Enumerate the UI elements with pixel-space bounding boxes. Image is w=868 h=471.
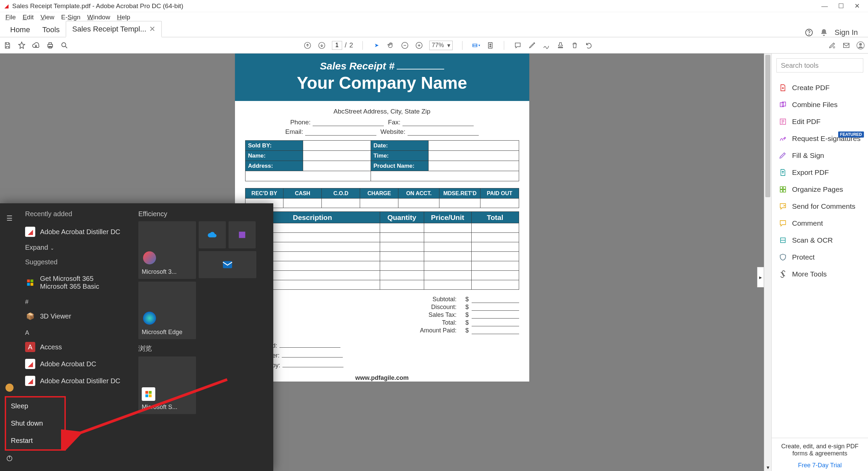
start-hamburger-icon[interactable]: ☰: [3, 211, 16, 225]
vertical-scrollbar[interactable]: ▾: [764, 54, 771, 471]
menu-view[interactable]: View: [37, 12, 58, 22]
account-icon[interactable]: [856, 41, 865, 49]
svg-point-33: [143, 251, 156, 264]
edit-pdf-icon: [778, 117, 787, 126]
minimize-button[interactable]: —: [816, 0, 833, 12]
items-table: DescriptionQuantityPrice/UnitTotal: [245, 211, 519, 290]
search-tools-input[interactable]: Search tools: [776, 58, 863, 73]
edit-icon[interactable]: [828, 41, 836, 49]
expand-button[interactable]: Expand⌄: [22, 240, 131, 255]
svg-rect-31: [27, 283, 30, 286]
tab-close-icon[interactable]: ✕: [149, 25, 155, 33]
menu-file[interactable]: File: [2, 12, 19, 22]
tool-fill-sign[interactable]: Fill & Sign: [772, 147, 868, 164]
panel-toggle[interactable]: ▸: [757, 267, 764, 287]
comment-icon: [778, 219, 787, 228]
tool-request-e-signatures[interactable]: Request E-signaturesFEATURED: [772, 130, 868, 147]
tab-home[interactable]: Home: [4, 22, 36, 37]
letter-hash[interactable]: #: [22, 294, 131, 308]
close-button[interactable]: ✕: [849, 0, 865, 12]
combine-files-icon: [778, 100, 787, 109]
tile-onenote[interactable]: [229, 221, 256, 248]
svg-rect-29: [27, 280, 30, 282]
power-sleep[interactable]: Sleep: [6, 397, 64, 415]
svg-rect-39: [145, 394, 148, 397]
tool-comment[interactable]: Comment: [772, 215, 868, 232]
highlight-icon[interactable]: [528, 41, 536, 49]
create-pdf-icon: [778, 83, 787, 92]
mail-icon[interactable]: [842, 41, 850, 49]
svg-rect-34: [239, 232, 245, 238]
magnify-icon[interactable]: [60, 41, 68, 49]
note-icon[interactable]: [514, 41, 522, 49]
zoom-in-icon[interactable]: [415, 41, 423, 49]
zoom-out-icon[interactable]: [401, 41, 409, 49]
letter-a[interactable]: A: [22, 325, 131, 339]
scroll-mode-icon[interactable]: [486, 41, 494, 49]
menu-edit[interactable]: Edit: [19, 12, 37, 22]
tool-export-pdf[interactable]: Export PDF: [772, 164, 868, 181]
power-shutdown[interactable]: Shut down: [6, 415, 64, 432]
svg-rect-3: [49, 43, 52, 44]
app-access[interactable]: AAccess: [22, 339, 131, 355]
print-icon[interactable]: [46, 41, 54, 49]
page-down-icon[interactable]: [318, 41, 326, 49]
page-indicator: / 2: [332, 41, 353, 50]
bell-icon[interactable]: [820, 28, 828, 37]
fit-width-icon[interactable]: ▾: [472, 41, 480, 49]
suggested-heading: Suggested: [22, 255, 131, 271]
tile-edge[interactable]: Microsoft Edge: [138, 282, 196, 339]
delete-icon[interactable]: [571, 41, 579, 49]
totals: Subtotal: $ Discount: $ Sales Tax: $ Tot…: [245, 296, 519, 334]
tool-combine-files[interactable]: Combine Files: [772, 96, 868, 113]
email-label: Email:: [285, 128, 303, 136]
zoom-select[interactable]: 77%▾: [429, 41, 453, 50]
app-3dviewer[interactable]: 📦3D Viewer: [22, 308, 131, 325]
stamp-icon[interactable]: [556, 41, 565, 49]
tab-tools[interactable]: Tools: [36, 22, 66, 37]
svg-rect-21: [780, 190, 783, 192]
tool-label: More Tools: [792, 270, 827, 278]
tool-label: Scan & OCR: [792, 236, 833, 244]
page-input[interactable]: [332, 41, 342, 50]
tool-organize-pages[interactable]: Organize Pages: [772, 181, 868, 198]
tool-protect[interactable]: Protect: [772, 249, 868, 266]
trial-link[interactable]: Free 7-Day Trial: [772, 462, 868, 471]
pointer-icon[interactable]: ➤: [372, 41, 380, 49]
tile-outlook[interactable]: [199, 251, 256, 278]
app-distiller[interactable]: ◢ Adobe Acrobat Distiller DC: [22, 223, 131, 240]
power-restart[interactable]: Restart: [6, 432, 64, 449]
tool-send-for-comments[interactable]: Send for Comments: [772, 198, 868, 215]
undo-icon[interactable]: [585, 41, 593, 49]
tile-onedrive[interactable]: [199, 221, 226, 248]
help-icon[interactable]: [805, 28, 813, 37]
page-total: 2: [349, 41, 353, 49]
website-label: Website:: [380, 128, 406, 136]
efficiency-heading: Efficiency: [138, 209, 269, 221]
start-power-icon[interactable]: [3, 451, 16, 465]
company-address: AbcStreet Address, City, State Zip: [235, 101, 529, 117]
save-icon[interactable]: [3, 41, 12, 49]
app-acrobat[interactable]: ◢Adobe Acrobat DC: [22, 355, 131, 372]
signin-button[interactable]: Sign In: [835, 28, 858, 37]
page-up-icon[interactable]: [303, 41, 312, 49]
app-suggested-m365[interactable]: Get Microsoft 365Microsoft 365 Basic: [22, 271, 131, 294]
star-icon[interactable]: [18, 41, 26, 49]
cloud-icon[interactable]: [32, 41, 40, 49]
scrollbar-thumb[interactable]: [765, 55, 770, 197]
svg-point-1: [809, 34, 809, 35]
tool-scan-ocr[interactable]: Scan & OCR: [772, 232, 868, 249]
hand-icon[interactable]: [387, 41, 395, 49]
tile-m365[interactable]: Microsoft 3...: [138, 221, 196, 279]
start-avatar-icon[interactable]: [3, 381, 16, 394]
app-acrobat-distiller[interactable]: ◢Adobe Acrobat Distiller DC: [22, 372, 131, 389]
maximize-button[interactable]: ☐: [833, 0, 849, 12]
tile-msstore[interactable]: Microsoft S...: [138, 356, 196, 414]
tool-more-tools[interactable]: More Tools: [772, 266, 868, 283]
draw-icon[interactable]: [542, 41, 550, 49]
svg-point-24: [5, 384, 14, 392]
tool-create-pdf[interactable]: Create PDF: [772, 79, 868, 96]
tab-document[interactable]: Sales Receipt Templ...✕: [66, 21, 161, 37]
tool-edit-pdf[interactable]: Edit PDF: [772, 113, 868, 130]
scroll-down-icon[interactable]: ▾: [764, 464, 771, 471]
